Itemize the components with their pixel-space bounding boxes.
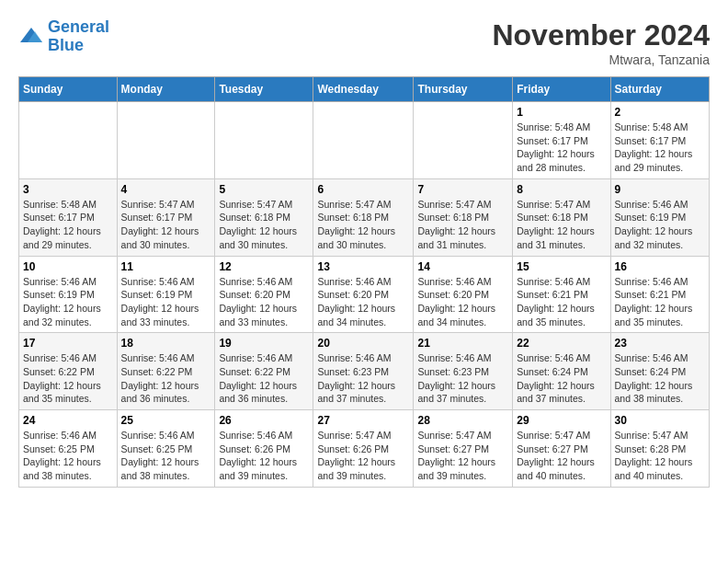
calendar-cell [215,102,313,179]
day-number: 24 [23,414,113,427]
day-number: 27 [317,414,409,427]
day-number: 19 [219,337,309,350]
day-number: 11 [121,260,211,273]
day-number: 1 [517,106,606,119]
day-number: 9 [615,183,705,196]
day-number: 17 [23,337,113,350]
day-number: 29 [517,414,606,427]
day-number: 2 [615,106,705,119]
calendar-cell: 9Sunrise: 5:46 AM Sunset: 6:19 PM Daylig… [610,178,709,256]
logo: General Blue [18,18,109,55]
calendar-cell: 15Sunrise: 5:46 AM Sunset: 6:21 PM Dayli… [513,256,610,333]
calendar-cell: 5Sunrise: 5:47 AM Sunset: 6:18 PM Daylig… [215,178,313,256]
calendar-cell: 30Sunrise: 5:47 AM Sunset: 6:28 PM Dayli… [610,410,709,488]
calendar-cell: 17Sunrise: 5:46 AM Sunset: 6:22 PM Dayli… [19,333,118,410]
calendar-cell: 21Sunrise: 5:46 AM Sunset: 6:23 PM Dayli… [414,333,513,410]
day-number: 23 [615,337,705,350]
calendar-cell: 25Sunrise: 5:46 AM Sunset: 6:25 PM Dayli… [117,410,215,488]
weekday-header: Wednesday [313,77,414,102]
day-info: Sunrise: 5:47 AM Sunset: 6:27 PM Dayligh… [517,429,606,483]
title-block: November 2024 Mtwara, Tanzania [492,18,710,67]
day-number: 12 [219,260,309,273]
day-info: Sunrise: 5:47 AM Sunset: 6:18 PM Dayligh… [517,198,606,252]
day-number: 28 [417,414,508,427]
calendar-week-row: 24Sunrise: 5:46 AM Sunset: 6:25 PM Dayli… [19,410,710,488]
calendar-cell: 19Sunrise: 5:46 AM Sunset: 6:22 PM Dayli… [215,333,313,410]
day-info: Sunrise: 5:46 AM Sunset: 6:20 PM Dayligh… [317,275,409,329]
day-info: Sunrise: 5:46 AM Sunset: 6:20 PM Dayligh… [219,275,309,329]
day-number: 15 [517,260,606,273]
calendar-cell: 6Sunrise: 5:47 AM Sunset: 6:18 PM Daylig… [313,178,414,256]
day-info: Sunrise: 5:46 AM Sunset: 6:25 PM Dayligh… [121,429,211,483]
day-info: Sunrise: 5:47 AM Sunset: 6:18 PM Dayligh… [417,198,508,252]
day-info: Sunrise: 5:46 AM Sunset: 6:22 PM Dayligh… [121,351,211,406]
calendar-cell: 24Sunrise: 5:46 AM Sunset: 6:25 PM Dayli… [19,410,118,488]
calendar-cell: 12Sunrise: 5:46 AM Sunset: 6:20 PM Dayli… [215,256,313,333]
weekday-header: Saturday [610,77,709,102]
calendar-cell [313,102,414,179]
day-info: Sunrise: 5:46 AM Sunset: 6:23 PM Dayligh… [317,351,409,406]
calendar-cell: 10Sunrise: 5:46 AM Sunset: 6:19 PM Dayli… [19,256,118,333]
day-info: Sunrise: 5:46 AM Sunset: 6:20 PM Dayligh… [417,275,508,329]
page-header: General Blue November 2024 Mtwara, Tanza… [18,18,710,67]
calendar-table: SundayMondayTuesdayWednesdayThursdayFrid… [18,76,710,488]
day-number: 14 [417,260,508,273]
day-info: Sunrise: 5:47 AM Sunset: 6:18 PM Dayligh… [219,198,309,252]
calendar-week-row: 17Sunrise: 5:46 AM Sunset: 6:22 PM Dayli… [19,333,710,410]
calendar-cell [117,102,215,179]
calendar-cell: 27Sunrise: 5:47 AM Sunset: 6:26 PM Dayli… [313,410,414,488]
day-number: 30 [615,414,705,427]
calendar-cell [19,102,118,179]
day-info: Sunrise: 5:46 AM Sunset: 6:23 PM Dayligh… [417,351,508,406]
day-number: 25 [121,414,211,427]
weekday-header: Friday [513,77,610,102]
day-number: 4 [121,183,211,196]
day-number: 7 [417,183,508,196]
day-info: Sunrise: 5:47 AM Sunset: 6:26 PM Dayligh… [317,429,409,483]
calendar-week-row: 1Sunrise: 5:48 AM Sunset: 6:17 PM Daylig… [19,102,710,179]
weekday-header: Monday [117,77,215,102]
day-number: 26 [219,414,309,427]
calendar-cell: 13Sunrise: 5:46 AM Sunset: 6:20 PM Dayli… [313,256,414,333]
day-info: Sunrise: 5:46 AM Sunset: 6:22 PM Dayligh… [219,351,309,406]
day-info: Sunrise: 5:46 AM Sunset: 6:19 PM Dayligh… [23,275,113,329]
logo-text: General Blue [48,18,109,55]
day-number: 16 [615,260,705,273]
day-number: 8 [517,183,606,196]
calendar-cell [414,102,513,179]
calendar-cell: 11Sunrise: 5:46 AM Sunset: 6:19 PM Dayli… [117,256,215,333]
weekday-header: Thursday [414,77,513,102]
day-info: Sunrise: 5:46 AM Sunset: 6:21 PM Dayligh… [615,275,705,329]
weekday-header: Sunday [19,77,118,102]
calendar-cell: 28Sunrise: 5:47 AM Sunset: 6:27 PM Dayli… [414,410,513,488]
day-info: Sunrise: 5:46 AM Sunset: 6:22 PM Dayligh… [23,351,113,406]
day-number: 13 [317,260,409,273]
day-info: Sunrise: 5:46 AM Sunset: 6:19 PM Dayligh… [121,275,211,329]
day-info: Sunrise: 5:47 AM Sunset: 6:17 PM Dayligh… [121,198,211,252]
calendar-cell: 8Sunrise: 5:47 AM Sunset: 6:18 PM Daylig… [513,178,610,256]
day-info: Sunrise: 5:46 AM Sunset: 6:26 PM Dayligh… [219,429,309,483]
calendar-cell: 2Sunrise: 5:48 AM Sunset: 6:17 PM Daylig… [610,102,709,179]
day-number: 21 [417,337,508,350]
day-number: 10 [23,260,113,273]
calendar-week-row: 3Sunrise: 5:48 AM Sunset: 6:17 PM Daylig… [19,178,710,256]
calendar-cell: 23Sunrise: 5:46 AM Sunset: 6:24 PM Dayli… [610,333,709,410]
location: Mtwara, Tanzania [492,52,710,67]
calendar-week-row: 10Sunrise: 5:46 AM Sunset: 6:19 PM Dayli… [19,256,710,333]
day-info: Sunrise: 5:46 AM Sunset: 6:19 PM Dayligh… [615,198,705,252]
day-number: 5 [219,183,309,196]
calendar-cell: 22Sunrise: 5:46 AM Sunset: 6:24 PM Dayli… [513,333,610,410]
day-info: Sunrise: 5:47 AM Sunset: 6:18 PM Dayligh… [317,198,409,252]
day-info: Sunrise: 5:46 AM Sunset: 6:25 PM Dayligh… [23,429,113,483]
day-number: 6 [317,183,409,196]
weekday-header: Tuesday [215,77,313,102]
calendar-cell: 29Sunrise: 5:47 AM Sunset: 6:27 PM Dayli… [513,410,610,488]
day-number: 18 [121,337,211,350]
calendar-cell: 4Sunrise: 5:47 AM Sunset: 6:17 PM Daylig… [117,178,215,256]
day-number: 22 [517,337,606,350]
calendar-cell: 16Sunrise: 5:46 AM Sunset: 6:21 PM Dayli… [610,256,709,333]
day-number: 3 [23,183,113,196]
calendar-cell: 18Sunrise: 5:46 AM Sunset: 6:22 PM Dayli… [117,333,215,410]
day-info: Sunrise: 5:48 AM Sunset: 6:17 PM Dayligh… [615,121,705,175]
day-info: Sunrise: 5:46 AM Sunset: 6:24 PM Dayligh… [615,351,705,406]
